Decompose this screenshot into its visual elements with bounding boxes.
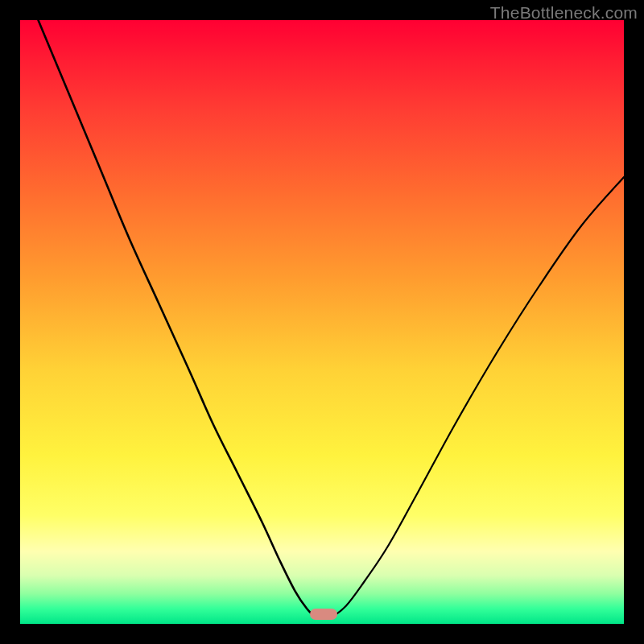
watermark-text: TheBottleneck.com: [490, 3, 638, 23]
bottleneck-curve: [20, 20, 624, 624]
curve-left-branch: [39, 20, 316, 618]
curve-right-branch: [331, 177, 624, 618]
chart-frame: TheBottleneck.com: [0, 0, 644, 644]
optimal-point-marker: [310, 609, 337, 620]
plot-area: [20, 20, 624, 624]
